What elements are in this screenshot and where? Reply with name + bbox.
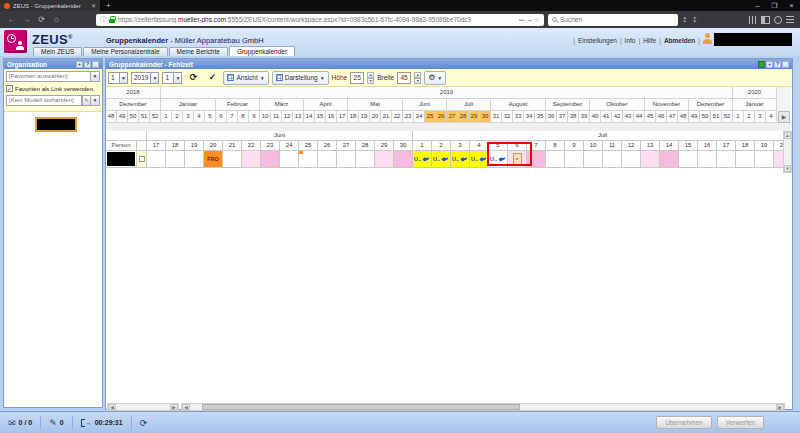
model-select-value[interactable]: [Kein Modell vorhanden] xyxy=(6,95,82,106)
day-header-juni-25[interactable]: 25 xyxy=(299,141,318,151)
week-cell-49[interactable]: 49 xyxy=(689,111,700,123)
day-header-juli-18[interactable]: 18 xyxy=(736,141,755,151)
day-header-juli-14[interactable]: 14 xyxy=(660,141,679,151)
window-maximize-button[interactable]: ❐ xyxy=(766,0,783,11)
period-select[interactable]: 1 ▼ xyxy=(108,72,128,84)
panel-minimize-icon[interactable]: _ xyxy=(92,61,99,68)
bookmark-star-icon[interactable]: ☆ xyxy=(535,16,540,23)
download-icon[interactable]: ↧ xyxy=(692,16,698,24)
link-info[interactable]: Info xyxy=(625,37,636,44)
chevron-down-icon[interactable]: ▼ xyxy=(91,95,100,106)
week-cell-5[interactable]: 5 xyxy=(205,111,216,123)
day-header-juli-12[interactable]: 12 xyxy=(622,141,641,151)
day-cell-juni-24[interactable] xyxy=(280,151,299,168)
week-cell-30[interactable]: 30 xyxy=(480,111,491,123)
week-cell-48[interactable]: 48 xyxy=(678,111,689,123)
scroll-left-icon[interactable]: ◀ xyxy=(182,404,190,410)
day-cell-juni-29[interactable] xyxy=(375,151,394,168)
day-header-juni-27[interactable]: 27 xyxy=(337,141,356,151)
week-cell-41[interactable]: 41 xyxy=(601,111,612,123)
month-cell-0-dezember[interactable]: Dezember xyxy=(106,99,161,111)
month-cell-1-januar[interactable]: Januar xyxy=(161,99,216,111)
redacted-tree-selection[interactable] xyxy=(35,117,77,132)
week-cell-31[interactable]: 31 xyxy=(491,111,502,123)
day-cell-juli-20[interactable] xyxy=(774,151,783,168)
sidebar-toggle-icon[interactable] xyxy=(761,16,770,24)
week-cell-38[interactable]: 38 xyxy=(568,111,579,123)
week-cell-1[interactable]: 1 xyxy=(733,111,744,123)
week-cell-50[interactable]: 50 xyxy=(128,111,139,123)
tab-close-icon[interactable]: ✕ xyxy=(91,3,96,9)
month-cell-12-dezember[interactable]: Dezember xyxy=(689,99,733,111)
week-cell-4[interactable]: 4 xyxy=(766,111,777,123)
day-cell-juli-17[interactable] xyxy=(717,151,736,168)
scroll-left-icon[interactable]: ◀ xyxy=(108,404,116,410)
ansicht-dropdown[interactable]: Ansicht ▼ xyxy=(223,71,268,85)
month-cell-5-mai[interactable]: Mai xyxy=(348,99,403,111)
day-header-juli-20[interactable]: 20 xyxy=(774,141,783,151)
day-cell-juni-20[interactable]: FRO xyxy=(204,151,223,168)
week-cell-52[interactable]: 52 xyxy=(150,111,161,123)
week-cell-48[interactable]: 48 xyxy=(106,111,117,123)
day-header-juni-28[interactable]: 28 xyxy=(356,141,375,151)
scrollbar-thumb[interactable] xyxy=(202,404,520,410)
day-header-juni-26[interactable]: 26 xyxy=(318,141,337,151)
week-cell-9[interactable]: 9 xyxy=(249,111,260,123)
day-cell-juli-10[interactable] xyxy=(584,151,603,168)
day-header-juni-29[interactable]: 29 xyxy=(375,141,394,151)
url-bar[interactable]: ⓘ https://zeiterfassung.mueller-phs.com:… xyxy=(96,14,544,26)
month-cell-9-september[interactable]: September xyxy=(546,99,590,111)
day-header-juli-2[interactable]: 2 xyxy=(432,141,451,151)
panel-add-icon[interactable]: + xyxy=(766,61,773,68)
tab-meine-berichte[interactable]: Meine Berichte xyxy=(169,47,228,56)
week-cell-29[interactable]: 29 xyxy=(469,111,480,123)
day-header-juni-17[interactable]: 17 xyxy=(147,141,166,151)
breite-stepper[interactable]: ▲▼ xyxy=(414,72,421,84)
week-cell-18[interactable]: 18 xyxy=(348,111,359,123)
page-actions-icon[interactable]: ••• xyxy=(519,17,525,23)
uebernehmen-button[interactable]: Übernehmen xyxy=(656,416,712,429)
week-cell-26[interactable]: 26 xyxy=(436,111,447,123)
menu-icon[interactable] xyxy=(786,16,794,23)
person-name-cell[interactable] xyxy=(106,151,137,168)
year-select[interactable]: 2019 ▼ xyxy=(131,72,159,84)
day-cell-juni-19[interactable] xyxy=(185,151,204,168)
day-cell-juni-23[interactable] xyxy=(261,151,280,168)
week-cell-16[interactable]: 16 xyxy=(326,111,337,123)
week-cell-52[interactable]: 52 xyxy=(722,111,733,123)
step-select[interactable]: 1 ▼ xyxy=(162,72,182,84)
confirm-button[interactable]: ✓ xyxy=(204,71,220,85)
search-box[interactable] xyxy=(548,14,678,26)
hoehe-input[interactable]: 25 xyxy=(350,72,364,84)
library-icon[interactable] xyxy=(749,16,757,24)
week-cell-28[interactable]: 28 xyxy=(458,111,469,123)
week-cell-4[interactable]: 4 xyxy=(194,111,205,123)
day-cell-juli-15[interactable] xyxy=(679,151,698,168)
week-cell-40[interactable]: 40 xyxy=(590,111,601,123)
day-cell-juli-1[interactable]: U.. xyxy=(413,151,432,168)
chevron-down-icon[interactable]: ▼ xyxy=(120,72,128,84)
panel-help-icon[interactable]: ? xyxy=(774,61,781,68)
week-cell-32[interactable]: 32 xyxy=(502,111,513,123)
import-icon[interactable]: ↥ xyxy=(682,16,688,24)
week-cell-22[interactable]: 22 xyxy=(392,111,403,123)
day-cell-juni-17[interactable] xyxy=(147,151,166,168)
week-cell-17[interactable]: 17 xyxy=(337,111,348,123)
day-header-juli-19[interactable]: 19 xyxy=(755,141,774,151)
link-abmelden[interactable]: Abmelden xyxy=(664,37,695,44)
month-cell-3-märz[interactable]: März xyxy=(260,99,304,111)
back-icon[interactable]: ← xyxy=(6,11,17,28)
week-cell-13[interactable]: 13 xyxy=(293,111,304,123)
week-cell-2[interactable]: 2 xyxy=(172,111,183,123)
week-cell-24[interactable]: 24 xyxy=(414,111,425,123)
week-cell-3[interactable]: 3 xyxy=(183,111,194,123)
breite-input[interactable]: 45 xyxy=(397,72,411,84)
account-icon[interactable] xyxy=(774,16,782,24)
month-cell-10-oktober[interactable]: Oktober xyxy=(590,99,645,111)
day-header-juli-11[interactable]: 11 xyxy=(603,141,622,151)
year-cell-2019[interactable]: 2019 xyxy=(161,87,733,99)
week-cell-11[interactable]: 11 xyxy=(271,111,282,123)
day-cell-juli-13[interactable] xyxy=(641,151,660,168)
panel-minimize-icon[interactable]: _ xyxy=(782,61,789,68)
verwerfen-button[interactable]: Verwerfen xyxy=(717,416,764,429)
